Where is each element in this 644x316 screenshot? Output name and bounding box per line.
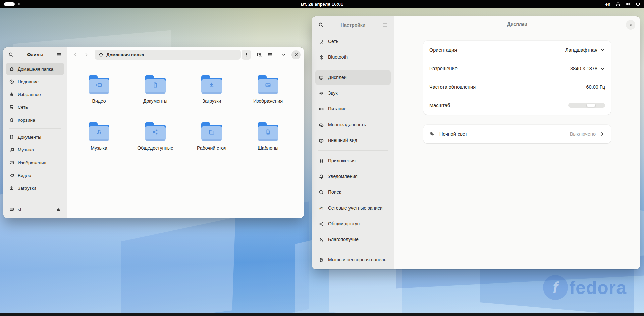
network-icon — [9, 104, 14, 110]
settings-sidebar-item[interactable]: Bluetooth — [315, 50, 391, 65]
sidebar-item[interactable]: Сеть — [6, 101, 64, 113]
forward-button[interactable] — [81, 50, 91, 60]
settings-window-title: Настройки — [327, 22, 379, 28]
sidebar-item[interactable]: Избранное — [6, 88, 64, 100]
settings-sidebar-item[interactable]: Общий доступ — [315, 216, 391, 231]
folder-item[interactable]: Документы — [127, 74, 183, 121]
orientation-value[interactable]: Ландшафтная — [565, 47, 605, 53]
sidebar-item[interactable]: Документы — [6, 131, 64, 143]
scale-option[interactable] — [578, 104, 587, 107]
folder-item[interactable]: Музыка — [71, 121, 127, 168]
path-bar: Домашняя папка — [95, 50, 251, 60]
night-light-row[interactable]: Ночной свет Выключено — [423, 125, 611, 143]
scale-option[interactable] — [569, 104, 578, 107]
folder-item[interactable]: Шаблоны — [240, 121, 296, 168]
sidebar-item-label: Недавние — [18, 79, 39, 84]
sidebar-item[interactable]: Недавние — [6, 76, 64, 88]
svg-text:@: @ — [319, 206, 323, 211]
settings-sidebar-item[interactable]: Многозадачность — [315, 117, 391, 132]
folder-item[interactable]: Видео — [71, 74, 127, 121]
sidebar-item-label: Избранное — [18, 92, 41, 97]
sidebar-item-label: Загрузки — [18, 186, 36, 191]
resolution-value[interactable]: 3840 × 1878 — [570, 66, 605, 71]
files-content-area: Домашняя папка Видео — [67, 47, 304, 218]
template-emblem-icon — [264, 128, 272, 136]
screen-bottom-strip — [0, 313, 644, 316]
separator — [318, 150, 388, 151]
eject-icon[interactable] — [56, 207, 61, 212]
clock-button[interactable]: Вт, 28 апреля 16:01 — [301, 2, 343, 7]
hamburger-icon — [56, 52, 62, 57]
search-folder-button[interactable] — [254, 50, 264, 60]
settings-sidebar-item[interactable]: Сеть — [315, 34, 391, 49]
sidebar-item[interactable]: Музыка — [6, 144, 64, 156]
settings-sidebar-item[interactable]: Мышь и сенсорная панель — [315, 252, 391, 267]
path-bar-location[interactable]: Домашняя папка — [95, 50, 241, 60]
system-status-area[interactable]: en — [605, 1, 641, 7]
displays-panel: Ориентация Ландшафтная Разрешение 3840 ×… — [394, 32, 640, 143]
active-workspace-pill[interactable] — [4, 2, 15, 6]
main-menu-button[interactable] — [54, 50, 64, 60]
settings-sidebar-item[interactable]: Уведомления — [315, 169, 391, 184]
battery-icon — [319, 106, 324, 112]
sound-icon — [319, 91, 324, 96]
folder-icon — [88, 74, 110, 95]
folder-item[interactable]: Изображения — [240, 74, 296, 121]
music-emblem-icon — [95, 128, 103, 136]
sidebar-item-device[interactable]: sf_ — [6, 203, 64, 215]
display-settings-card: Ориентация Ландшафтная Разрешение 3840 ×… — [423, 41, 611, 115]
close-window-button[interactable] — [291, 50, 301, 59]
clock-icon — [9, 79, 14, 84]
scale-row: Масштаб — [423, 96, 611, 115]
inactive-workspace-dot[interactable] — [18, 3, 20, 5]
star-icon — [9, 92, 14, 97]
sidebar-item[interactable]: Загрузки — [6, 182, 64, 194]
folder-item[interactable]: Загрузки — [183, 74, 240, 121]
folder-item[interactable]: Рабочий стол — [183, 121, 240, 168]
sidebar-item[interactable]: Изображения — [6, 156, 64, 169]
sidebar-item-label: Видео — [18, 173, 31, 178]
close-icon — [293, 52, 299, 57]
settings-menu-button[interactable] — [380, 20, 390, 30]
scale-option[interactable] — [595, 104, 604, 107]
folder-item[interactable]: Общедоступные — [127, 121, 183, 168]
workspace-indicator[interactable] — [4, 2, 20, 6]
keyboard-layout-indicator[interactable]: en — [605, 2, 610, 7]
music-icon — [9, 147, 14, 152]
back-button[interactable] — [70, 50, 80, 60]
path-menu-button[interactable] — [241, 50, 251, 60]
settings-close-button[interactable] — [626, 20, 635, 30]
settings-sidebar-item[interactable]: Звук — [315, 86, 391, 101]
resolution-row[interactable]: Разрешение 3840 × 1878 — [423, 59, 611, 78]
sidebar-item[interactable]: Домашняя папка — [6, 63, 64, 75]
hamburger-icon — [382, 22, 388, 28]
chevron-left-icon — [73, 52, 78, 57]
search-button[interactable] — [6, 50, 16, 60]
settings-search-button[interactable] — [316, 20, 326, 30]
settings-sidebar-item[interactable]: Внешний вид — [315, 133, 391, 148]
bluetooth-icon — [319, 55, 324, 60]
power-icon[interactable] — [635, 1, 641, 7]
settings-item-label: Мышь и сенсорная панель — [328, 257, 386, 263]
settings-sidebar-item[interactable]: Благополучие — [315, 232, 391, 247]
download-icon — [9, 185, 14, 191]
search-icon — [8, 52, 14, 57]
settings-sidebar-item[interactable]: @ Сетевые учетные записи — [315, 200, 391, 216]
settings-sidebar-item[interactable]: Питание — [315, 101, 391, 117]
appearance-icon — [319, 138, 324, 143]
image-emblem-icon — [264, 81, 272, 89]
sidebar-item-label: Сеть — [18, 105, 28, 110]
settings-sidebar-item[interactable]: Приложения — [315, 153, 391, 168]
network-wired-icon[interactable] — [615, 1, 621, 7]
volume-icon[interactable] — [625, 1, 631, 7]
scale-option[interactable] — [587, 104, 595, 107]
sidebar-item[interactable]: Корзина — [6, 114, 64, 126]
view-options-button[interactable] — [279, 50, 289, 60]
orientation-row[interactable]: Ориентация Ландшафтная — [423, 41, 611, 59]
settings-item-label: Благополучие — [328, 237, 359, 242]
sidebar-item[interactable]: Видео — [6, 169, 64, 181]
list-view-button[interactable] — [265, 50, 275, 60]
settings-sidebar-item[interactable]: Поиск — [315, 185, 391, 200]
settings-item-label: Поиск — [328, 189, 341, 195]
settings-sidebar-item[interactable]: Дисплеи — [315, 70, 391, 85]
